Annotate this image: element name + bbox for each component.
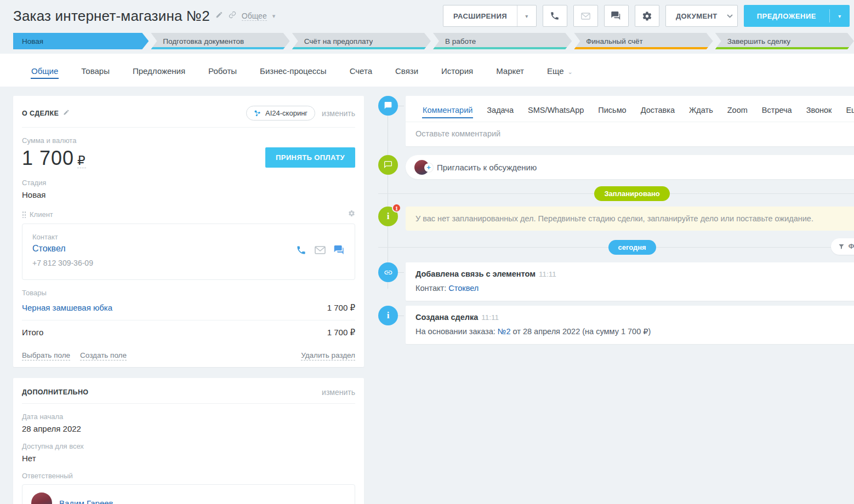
extensions-caret-icon[interactable]: ▾ <box>517 13 536 19</box>
phone-icon <box>550 11 560 21</box>
tab-links[interactable]: Связи <box>384 56 430 84</box>
stage-field-value[interactable]: Новая <box>22 190 355 199</box>
stage-final-invoice[interactable]: Финальный счёт <box>574 33 713 49</box>
tltab-call[interactable]: Звонок <box>799 99 839 122</box>
event-prefix: На основании заказа: <box>415 327 496 336</box>
edit-additional-link[interactable]: изменить <box>322 388 355 397</box>
contact-card: Контакт Стоквел +7 812 309-36-09 <box>22 224 355 280</box>
category-caret-icon: ▾ <box>272 13 276 20</box>
products-label: Товары <box>22 289 355 297</box>
additional-title: ДОПОЛНИТЕЛЬНО <box>22 388 88 396</box>
ai-scoring-button[interactable]: AI24-скоринг <box>246 106 315 121</box>
event-title: Создана сделка <box>415 313 478 322</box>
proposal-button[interactable]: ПРЕДЛОЖЕНИЕ ▾ <box>744 5 850 27</box>
event-link[interactable]: Стоквел <box>448 284 479 293</box>
comment-input[interactable]: Оставьте комментарий <box>406 122 854 146</box>
responsible-card: Вадим Гареев <box>22 484 355 504</box>
tltab-wait[interactable]: Ждать <box>682 99 720 122</box>
product-name-link[interactable]: Черная замшевая юбка <box>22 303 112 313</box>
deal-details-column: О СДЕЛКЕ AI24-скоринг изменить Сумма и в… <box>13 96 364 504</box>
header-toolbar: РАСШИРЕНИЯ ▾ ДОКУМЕНТ ПРЕДЛОЖЕНИЕ ▾ <box>443 5 850 27</box>
planned-separator: Запланировано <box>378 186 854 201</box>
contact-mail-icon[interactable] <box>315 246 326 256</box>
client-settings-icon[interactable] <box>348 209 355 219</box>
delete-section-link[interactable]: Удалить раздел <box>301 351 355 360</box>
responsible-name-link[interactable]: Вадим Гареев <box>59 499 113 504</box>
contact-label: Контакт <box>32 233 345 241</box>
tltab-comment[interactable]: Комментарий <box>415 99 480 122</box>
drag-handle[interactable] <box>22 211 26 218</box>
stage-close-deal[interactable]: Завершить сделку <box>715 33 854 49</box>
chat-button[interactable] <box>604 5 629 27</box>
stage-new[interactable]: Новая <box>13 33 149 49</box>
event-time: 11:11 <box>481 313 499 322</box>
contact-phone[interactable]: +7 812 309-36-09 <box>32 259 345 267</box>
call-button[interactable] <box>543 5 567 27</box>
timeline-event[interactable]: Создана сделка11:11 На основании заказа:… <box>406 306 854 344</box>
tltab-more[interactable]: Еще ⌄ <box>839 99 854 122</box>
select-field-link[interactable]: Выбрать поле <box>22 351 70 360</box>
start-date-value[interactable]: 28 апреля 2022 <box>22 424 355 433</box>
tab-invoices[interactable]: Счета <box>338 56 384 84</box>
chevron-down-icon: ⌄ <box>566 68 573 75</box>
link-title-icon[interactable] <box>229 11 236 21</box>
available-label: Доступна для всех <box>22 442 355 450</box>
ai-scoring-icon <box>254 110 261 117</box>
planned-badge[interactable]: Запланировано <box>594 186 669 201</box>
chat-icon <box>611 12 621 20</box>
link-event-icon <box>378 262 398 282</box>
currency-symbol[interactable]: ₽ <box>77 153 86 168</box>
client-label: Клиент <box>30 210 53 219</box>
edit-section-icon[interactable] <box>63 109 70 117</box>
available-value[interactable]: Нет <box>22 454 355 463</box>
accept-payment-button[interactable]: ПРИНЯТЬ ОПЛАТУ <box>265 147 355 168</box>
tab-more[interactable]: Еще ⌄ <box>536 56 584 84</box>
responsible-avatar <box>31 492 52 504</box>
contact-call-icon[interactable] <box>296 245 306 257</box>
tab-market[interactable]: Маркет <box>485 56 536 84</box>
comment-composer-card: Комментарий Задача SMS/WhatsApp Письмо Д… <box>406 96 854 146</box>
stage-docs[interactable]: Подготовка документов <box>151 33 289 49</box>
extensions-button[interactable]: РАСШИРЕНИЯ ▾ <box>443 5 537 27</box>
plus-icon: + <box>424 163 433 172</box>
stage-field-label: Стадия <box>22 179 355 187</box>
header: Заказ интернет-магазина №2 Общее ▾ РАСШИ… <box>0 0 854 32</box>
tab-products[interactable]: Товары <box>70 56 121 84</box>
tltab-task[interactable]: Задача <box>480 99 521 122</box>
timeline-column: Комментарий Задача SMS/WhatsApp Письмо Д… <box>372 96 854 349</box>
category-selector[interactable]: Общее <box>242 12 267 21</box>
timeline-event[interactable]: Добавлена связь с элементом11:11 Контакт… <box>406 262 854 301</box>
create-field-link[interactable]: Создать поле <box>80 351 127 360</box>
email-button[interactable] <box>573 5 598 27</box>
proposal-caret-icon[interactable]: ▾ <box>830 13 850 19</box>
today-badge[interactable]: сегодня <box>608 240 656 255</box>
document-button[interactable]: ДОКУМЕНТ <box>665 5 738 27</box>
tab-bizproc[interactable]: Бизнес-процессы <box>248 56 338 84</box>
info-event-icon: i <box>378 306 398 325</box>
invite-discussion-button[interactable]: + Пригласить к обсуждению <box>406 155 854 179</box>
tab-robots[interactable]: Роботы <box>197 56 248 84</box>
discussion-timeline-icon <box>378 155 398 175</box>
tltab-sms[interactable]: SMS/WhatsApp <box>521 99 591 122</box>
stage-pipeline: Новая Подготовка документов Счёт на пред… <box>13 33 854 49</box>
edit-deal-link[interactable]: изменить <box>322 109 355 118</box>
contact-chat-icon[interactable] <box>334 245 345 257</box>
start-date-label: Дата начала <box>22 413 355 421</box>
stage-in-progress[interactable]: В работе <box>433 33 572 49</box>
tab-quotes[interactable]: Предложения <box>121 56 197 84</box>
tab-history[interactable]: История <box>430 56 485 84</box>
event-suffix: от 28 апреля 2022 (на сумму 1 700 ₽) <box>513 327 651 336</box>
tltab-email[interactable]: Письмо <box>591 99 633 122</box>
deal-amount[interactable]: 1 700₽ <box>22 147 86 170</box>
settings-button[interactable] <box>635 5 659 27</box>
event-link[interactable]: №2 <box>498 327 511 336</box>
edit-title-icon[interactable] <box>215 11 223 21</box>
total-value: 1 700 ₽ <box>327 328 355 337</box>
stage-prepay-invoice[interactable]: Счёт на предоплату <box>292 33 431 49</box>
funnel-icon <box>838 243 845 250</box>
filter-button[interactable]: ФИЛЬТР <box>831 238 854 255</box>
tab-general[interactable]: Общие <box>20 56 70 84</box>
tltab-delivery[interactable]: Доставка <box>634 99 682 122</box>
tltab-zoom[interactable]: Zoom <box>720 99 755 122</box>
tltab-meeting[interactable]: Встреча <box>755 99 799 122</box>
